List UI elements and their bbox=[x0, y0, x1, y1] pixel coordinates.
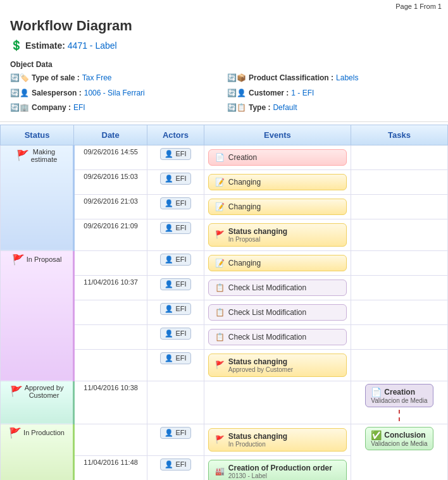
task-conclusion: ✅ Conclusion Validacion de Media bbox=[365, 427, 433, 450]
flag-icon: 🚩 bbox=[12, 254, 25, 266]
connector-line bbox=[399, 410, 400, 421]
page-header: Page 1 From 1 bbox=[0, 0, 448, 13]
edit-icon: 📝 bbox=[215, 202, 225, 211]
task-creation-title: Creation bbox=[384, 388, 415, 397]
field-salesperson: 🔄👤 Salesperson : 1006 - Sila Ferrari bbox=[10, 87, 221, 101]
checklist-icon: 📋 bbox=[215, 333, 225, 342]
tasks-cell-conclusion: ✅ Conclusion Validacion de Media bbox=[351, 424, 447, 480]
workflow-table: Status Date Actors Events Tasks 🚩 Making… bbox=[0, 125, 448, 480]
field-type: 🔄📋 Type : Default bbox=[227, 101, 438, 115]
date-cell: 09/26/2016 14:55 bbox=[74, 145, 147, 169]
edit-icon: 📝 bbox=[215, 178, 225, 187]
status-making: 🚩 Makingestimate bbox=[16, 148, 58, 163]
table-row: 🚩 Makingestimate 09/26/2016 14:55 👤EFI 📄… bbox=[1, 145, 448, 169]
field-type-of-sale: 🔄🏷️ Type of sale : Tax Free bbox=[10, 71, 221, 85]
flag-icon: 🚩 bbox=[9, 427, 22, 439]
flag-icon: 🚩 bbox=[215, 360, 225, 369]
field-product-classification: 🔄📦 Product Classification : Labels bbox=[227, 71, 438, 85]
object-data-title: Object Data bbox=[10, 60, 438, 69]
check-icon: ✅ bbox=[371, 430, 382, 440]
production-icon: 🏭 bbox=[215, 467, 225, 476]
tasks-cell-creation: 📄 Creation Validacion de Media bbox=[351, 381, 447, 424]
header-actors: Actors bbox=[147, 125, 204, 145]
flag-icon: 🚩 bbox=[16, 149, 29, 161]
status-production: 🚩 In Production bbox=[9, 427, 65, 439]
event-cell: 📄 Creation bbox=[204, 145, 351, 169]
document-icon: 📄 bbox=[215, 153, 225, 162]
task-conclusion-title: Conclusion bbox=[384, 431, 425, 440]
main-title: Workflow Diagram bbox=[0, 13, 448, 37]
task-icon: 📄 bbox=[371, 387, 382, 397]
edit-icon: 📝 bbox=[215, 259, 225, 268]
flag-icon: 🚩 bbox=[10, 385, 23, 397]
status-approved: 🚩 Approved byCustomer bbox=[10, 384, 64, 399]
actor-cell: 👤EFI bbox=[147, 145, 204, 169]
checklist-icon: 📋 bbox=[215, 283, 225, 292]
estimate-icon: 💲 bbox=[10, 40, 23, 51]
field-customer: 🔄👤 Customer : 1 - EFI bbox=[227, 87, 438, 101]
flag-icon: 🚩 bbox=[215, 230, 225, 239]
header-status: Status bbox=[1, 125, 74, 145]
header-events: Events bbox=[204, 125, 351, 145]
page-number: Page 1 From 1 bbox=[395, 3, 442, 10]
header-date: Date bbox=[74, 125, 147, 145]
table-row: 🚩 In Production 👤EFI 🚩 Status changing I… bbox=[1, 424, 448, 455]
task-creation-sub: Validacion de Media bbox=[371, 397, 427, 404]
tasks-cell bbox=[351, 145, 447, 169]
estimate-label: Estimate: bbox=[25, 40, 65, 51]
table-row: 🚩 In Proposal 👤EFI 📝 Changing bbox=[1, 250, 448, 275]
task-conclusion-sub: Validacion de Media bbox=[371, 440, 427, 447]
estimate-link[interactable]: 4471 - Label bbox=[68, 40, 117, 51]
field-company: 🔄🏢 Company : EFI bbox=[10, 101, 221, 115]
table-row: 🚩 Approved byCustomer 11/04/2016 10:38 📄… bbox=[1, 381, 448, 424]
status-proposal: 🚩 In Proposal bbox=[12, 254, 62, 266]
header-tasks: Tasks bbox=[351, 125, 447, 145]
flag-icon: 🚩 bbox=[215, 435, 225, 444]
task-creation: 📄 Creation Validacion de Media bbox=[365, 384, 433, 407]
checklist-icon: 📋 bbox=[215, 308, 225, 317]
